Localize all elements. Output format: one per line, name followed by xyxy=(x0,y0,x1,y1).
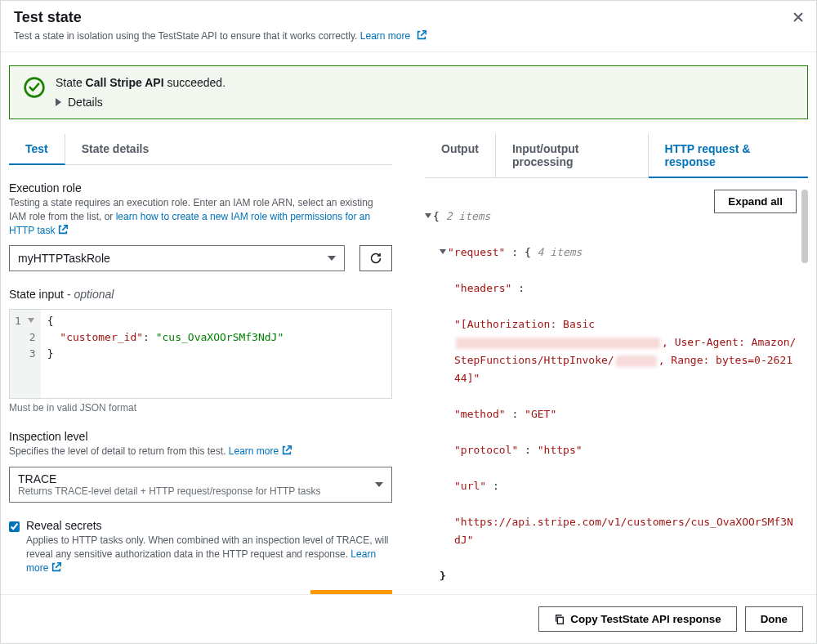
tab-http[interactable]: HTTP request & response xyxy=(649,134,808,178)
modal-title: Test state xyxy=(14,9,803,26)
alert-content: State Call Stripe API succeeded. Details xyxy=(56,76,225,109)
state-input-editor[interactable]: 1 2 3 { "customer_id": "cus_OvaXOOrSMf3N… xyxy=(9,309,392,399)
external-link-icon xyxy=(281,445,292,456)
inspection-label: Inspection level xyxy=(9,430,392,443)
execution-role-select[interactable]: myHTTPTaskRole xyxy=(9,245,345,271)
close-button[interactable] xyxy=(790,9,806,25)
done-button[interactable]: Done xyxy=(745,606,803,632)
test-state-modal: Test state Test a state in isolation usi… xyxy=(0,0,817,644)
http-response-panel: Expand all { 2 items "request" : { 4 ite… xyxy=(425,190,808,594)
modal-footer: Copy TestState API response Done xyxy=(1,594,816,643)
copy-icon xyxy=(554,614,565,625)
tab-state-details[interactable]: State details xyxy=(65,134,165,165)
left-column: Test State details Execution role Testin… xyxy=(9,119,392,594)
right-column: Output Input/output processing HTTP requ… xyxy=(425,119,808,594)
alert-title: State Call Stripe API succeeded. xyxy=(56,76,225,89)
state-input-hint: Must be in valid JSON format xyxy=(9,402,392,414)
json-method: "method" : "GET" xyxy=(425,405,798,423)
refresh-button[interactable] xyxy=(359,245,392,271)
content-columns: Test State details Execution role Testin… xyxy=(1,119,816,594)
external-link-icon xyxy=(416,29,427,41)
json-request[interactable]: "request" : { 4 items xyxy=(425,244,798,262)
inspection-learn-link[interactable]: Learn more xyxy=(229,445,292,457)
state-input-section: State input - optional 1 2 3 { "customer… xyxy=(9,288,392,414)
code-gutter: 1 2 3 xyxy=(10,310,41,398)
success-alert: State Call Stripe API succeeded. Details xyxy=(9,65,808,119)
alert-details-toggle[interactable]: Details xyxy=(56,96,225,109)
tab-output[interactable]: Output xyxy=(425,134,496,178)
modal-header: Test state Test a state in isolation usi… xyxy=(1,1,816,52)
caret-down-icon xyxy=(375,482,383,487)
tab-test[interactable]: Test xyxy=(9,134,65,165)
inspection-level-section: Inspection level Specifies the level of … xyxy=(9,430,392,503)
code-content[interactable]: { "customer_id": "cus_OvaXOOrSMf3NdJ" } xyxy=(41,310,391,398)
execution-role-label: Execution role xyxy=(9,181,392,195)
scrollbar[interactable] xyxy=(801,190,808,263)
json-url-value: "https://api.stripe.com/v1/customers/cus… xyxy=(425,513,798,549)
expand-all-button[interactable]: Expand all xyxy=(714,190,797,213)
state-input-label: State input - optional xyxy=(9,288,392,301)
left-tabs: Test State details xyxy=(9,134,392,165)
external-link-icon xyxy=(51,561,62,573)
json-tree: { 2 items "request" : { 4 items "headers… xyxy=(425,190,798,594)
json-request-close: } xyxy=(425,567,798,585)
copy-response-button[interactable]: Copy TestState API response xyxy=(538,606,736,632)
reveal-secrets-checkbox[interactable] xyxy=(9,521,20,533)
json-headers-value: "[Authorization: Basic , User-Agent: Ama… xyxy=(425,315,798,387)
execution-role-section: Execution role Testing a state requires … xyxy=(9,181,392,271)
json-protocol: "protocol" : "https" xyxy=(425,441,798,459)
svg-rect-1 xyxy=(558,617,564,624)
right-tabs: Output Input/output processing HTTP requ… xyxy=(425,134,808,178)
reveal-secrets-label: Reveal secrets xyxy=(26,519,392,532)
tab-io-processing[interactable]: Input/output processing xyxy=(496,134,649,178)
json-url: "url" : xyxy=(425,477,798,495)
json-headers: "headers" : xyxy=(425,280,798,297)
modal-description: Test a state in isolation using the Test… xyxy=(14,29,803,42)
inspection-level-select[interactable]: TRACE Returns TRACE-level detail + HTTP … xyxy=(9,467,392,503)
external-link-icon xyxy=(57,224,69,235)
reveal-secrets-row: Reveal secrets Applies to HTTP tasks onl… xyxy=(9,519,392,575)
execution-role-sub: Testing a state requires an execution ro… xyxy=(9,196,392,237)
reveal-secrets-sub: Applies to HTTP tasks only. When combine… xyxy=(26,534,392,575)
inspection-sub: Specifies the level of detail to return … xyxy=(9,445,392,458)
success-icon xyxy=(23,76,46,99)
learn-more-link[interactable]: Learn more xyxy=(360,30,427,42)
caret-down-icon xyxy=(328,256,336,261)
caret-right-icon xyxy=(56,98,61,106)
